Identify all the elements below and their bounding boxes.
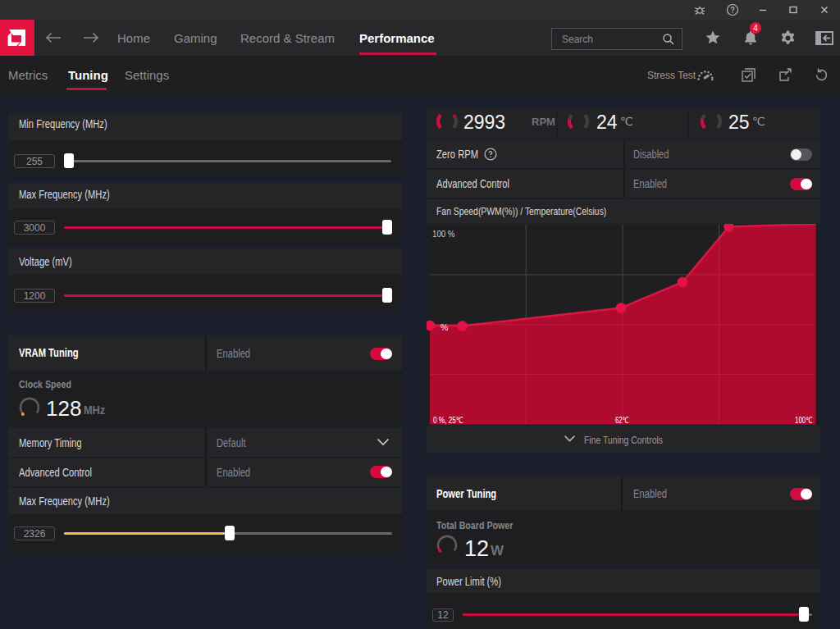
svg-text:62℃: 62℃ xyxy=(615,415,629,425)
svg-text:100 %: 100 % xyxy=(432,229,455,239)
svg-text:%: % xyxy=(441,322,448,332)
svg-text:100℃: 100℃ xyxy=(795,415,813,425)
svg-text:0 %, 25℃: 0 %, 25℃ xyxy=(433,415,463,425)
